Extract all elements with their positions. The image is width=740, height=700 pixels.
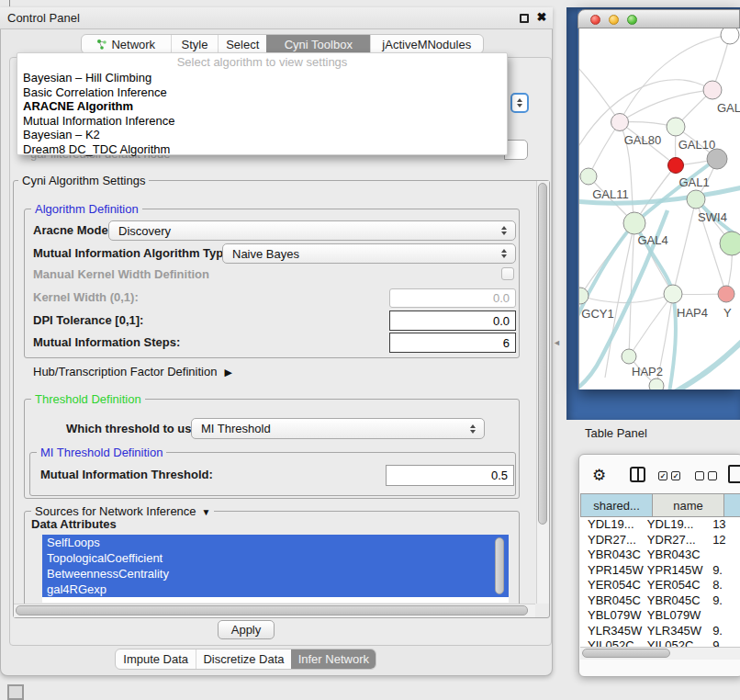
tab-jactivemnodules[interactable]: jActiveMNodules: [370, 35, 483, 53]
expanded-triangle-icon: ▼: [202, 507, 211, 517]
network-node-gal11[interactable]: [580, 168, 597, 185]
data-attribute-item[interactable]: BetweennessCentrality: [42, 566, 509, 581]
column-header-partial[interactable]: [724, 493, 740, 517]
table-row[interactable]: YDR27...YDR27...12: [580, 533, 740, 548]
table-row[interactable]: YBR043CYBR043C: [580, 548, 740, 563]
mi-steps-input[interactable]: 6: [389, 333, 516, 353]
deselect-all-columns-icon[interactable]: [695, 471, 717, 480]
network-node-gal4[interactable]: [623, 212, 645, 234]
network-node-gal10[interactable]: [667, 118, 685, 136]
table-cell: YIL052C: [645, 638, 709, 647]
select-all-columns-icon[interactable]: ✓✓: [658, 471, 680, 480]
network-node[interactable]: [649, 378, 664, 390]
splitter-collapse-icon[interactable]: ◄: [553, 336, 566, 349]
table-cell: YDR27...: [580, 533, 645, 548]
cyni-settings-frame-title: Cyni Algorithm Settings: [18, 174, 149, 187]
arrow-up-icon: [517, 98, 522, 102]
algorithm-option[interactable]: ARACNE Algorithm: [17, 99, 507, 114]
table-cell: 9.: [709, 593, 740, 609]
apply-button[interactable]: Apply: [218, 620, 275, 639]
network-canvas[interactable]: GALGAL80GAL10GAL1GAL11SWI4GAL4GCY1HAP4YH…: [578, 28, 740, 390]
network-node[interactable]: [720, 231, 740, 255]
sources-group-title[interactable]: Sources for Network Inference▼: [31, 504, 214, 518]
aracne-mode-value: Discovery: [118, 224, 171, 238]
network-node-label: GAL11: [592, 187, 629, 201]
tab-select[interactable]: Select: [218, 35, 266, 53]
dpi-tolerance-label: DPI Tolerance [0,1]:: [33, 310, 143, 331]
network-node-hap4[interactable]: [664, 285, 682, 303]
algorithm-option[interactable]: Bayesian – Hill Climbing: [17, 71, 507, 85]
kernel-width-label: Kernel Width (0,1):: [33, 288, 139, 307]
export-table-icon[interactable]: [728, 465, 740, 483]
algorithm-option[interactable]: Bayesian – K2: [17, 128, 507, 142]
split-columns-icon[interactable]: [630, 467, 645, 482]
table-hscrollbar-thumb[interactable]: [582, 649, 670, 658]
network-node-gcy1[interactable]: [579, 288, 589, 304]
table-cell: YPR145W: [645, 563, 709, 579]
network-node-gal1[interactable]: [668, 158, 684, 174]
network-node-gal80[interactable]: [611, 114, 629, 131]
data-attribute-item[interactable]: TopologicalCoefficient: [42, 550, 509, 566]
network-node[interactable]: [707, 149, 727, 169]
tab-impute-data[interactable]: Impute Data: [116, 649, 196, 669]
table-body: YDL19...YDL19...13YDR27...YDR27...12YBR0…: [580, 517, 740, 647]
close-traffic-icon[interactable]: [590, 15, 600, 25]
algorithm-option[interactable]: Dream8 DC_TDC Algorithm: [17, 142, 507, 157]
table-row[interactable]: YLR345WYLR345W9.: [580, 624, 740, 639]
algorithm-definition-title: Algorithm Definition: [31, 202, 142, 216]
tab-infer-network[interactable]: Infer Network: [291, 649, 376, 669]
mi-threshold-input[interactable]: 0.5: [386, 465, 514, 486]
attributes-scrollbar-thumb[interactable]: [495, 537, 504, 594]
data-attribute-item[interactable]: gal4RGexp: [42, 581, 509, 597]
network-node-gal[interactable]: [703, 81, 722, 99]
algorithm-option[interactable]: Mutual Information Inference: [17, 114, 507, 129]
aracne-mode-select[interactable]: Discovery: [108, 220, 516, 241]
network-node-y[interactable]: [718, 286, 734, 302]
table-row[interactable]: YDL19...YDL19...13: [580, 517, 740, 533]
tab-cyni-toolbox[interactable]: Cyni Toolbox: [266, 35, 369, 53]
tab-discretize-data[interactable]: Discretize Data: [196, 649, 290, 669]
algorithm-dropdown-list: Bayesian – Hill ClimbingBasic Correlatio…: [17, 71, 507, 156]
settings-hscrollbar-thumb[interactable]: [16, 605, 528, 615]
network-node-label: HAP2: [632, 365, 663, 378]
table-row[interactable]: YER054CYER054C8.: [580, 578, 740, 593]
network-node-label: GAL10: [678, 138, 715, 152]
table-row[interactable]: YIL052CYIL052C9: [580, 638, 740, 647]
manual-kernel-checkbox[interactable]: [501, 267, 514, 280]
spinner-arrows-icon: [470, 424, 476, 434]
gear-icon[interactable]: ⚙: [592, 466, 606, 485]
network-window-titlebar[interactable]: [577, 9, 740, 28]
close-icon[interactable]: ✖: [534, 8, 549, 27]
network-node-label: SWI4: [698, 210, 727, 224]
column-header-name[interactable]: name: [653, 493, 724, 517]
algorithm-combo-arrow-button[interactable]: [510, 93, 529, 113]
table-row[interactable]: YBL079WYBL079W: [580, 608, 740, 624]
table-row[interactable]: YPR145WYPR145W9.: [580, 563, 740, 579]
dpi-tolerance-input[interactable]: 0.0: [389, 310, 516, 331]
mi-type-select[interactable]: Naive Bayes: [222, 243, 516, 264]
network-node-hap2[interactable]: [622, 349, 636, 364]
control-panel-tabs: NetworkStyleSelectCyni ToolboxjActiveMNo…: [81, 34, 484, 54]
which-threshold-select[interactable]: MI Threshold: [191, 418, 485, 439]
network-node-label: GAL4: [637, 233, 667, 247]
tab-style[interactable]: Style: [171, 35, 219, 53]
data-attributes-list: SelfLoopsTopologicalCoefficientBetweenne…: [42, 535, 509, 603]
hub-definition-expander[interactable]: Hub/Transcription Factor Definition▶: [33, 364, 232, 380]
table-cell: [709, 548, 740, 563]
table-row[interactable]: YBR045CYBR045C9.: [580, 593, 740, 609]
network-node-swi4[interactable]: [687, 190, 705, 209]
table-cell: 12: [709, 533, 740, 548]
kernel-width-input[interactable]: 0.0: [389, 288, 516, 308]
minimize-traffic-icon[interactable]: [609, 15, 619, 25]
network-node[interactable]: [721, 28, 739, 44]
settings-vscrollbar-thumb[interactable]: [538, 183, 547, 525]
tab-network[interactable]: Network: [82, 35, 171, 53]
algorithm-option[interactable]: Basic Correlation Inference: [17, 85, 507, 100]
table-cell: YBR045C: [580, 593, 645, 609]
data-attribute-item[interactable]: SelfLoops: [42, 535, 509, 550]
float-window-icon[interactable]: [520, 14, 529, 23]
zoom-traffic-icon[interactable]: [627, 15, 637, 25]
collapsed-panel-icon[interactable]: [7, 684, 24, 700]
column-header-shared[interactable]: shared...: [580, 493, 653, 517]
algorithm-dropdown-placeholder: Select algorithm to view settings: [17, 53, 507, 71]
